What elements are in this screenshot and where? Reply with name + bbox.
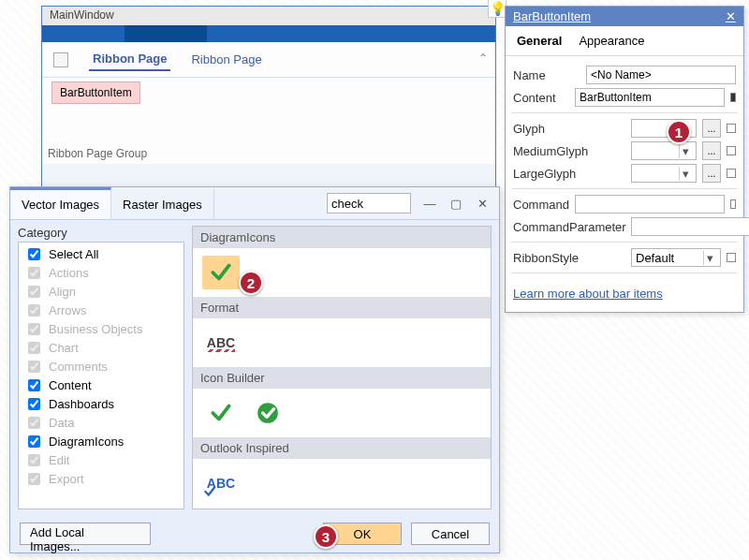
- category-checkbox[interactable]: [28, 379, 40, 391]
- category-item: Data: [19, 413, 184, 432]
- command-reset-icon[interactable]: [730, 199, 736, 209]
- category-label: Data: [49, 416, 74, 430]
- smart-tag-panel: BarButtonItem ✕ General Appearance Name …: [505, 6, 744, 313]
- category-list[interactable]: Select AllActionsAlignArrowsBusiness Obj…: [18, 242, 184, 509]
- tab-vector-images[interactable]: Vector Images: [10, 187, 111, 219]
- icon-thumb[interactable]: [202, 256, 240, 289]
- callout-1: 1: [667, 120, 691, 144]
- close-icon[interactable]: ✕: [726, 9, 736, 23]
- category-label: Select All: [49, 247, 98, 261]
- mediumglyph-label: MediumGlyph: [513, 144, 625, 158]
- category-label: Align: [49, 285, 76, 299]
- category-checkbox[interactable]: [28, 248, 40, 260]
- category-item: Edit: [19, 450, 184, 469]
- tab-raster-images[interactable]: Raster Images: [111, 187, 214, 219]
- category-item: Comments: [19, 357, 184, 376]
- category-label: Comments: [49, 360, 108, 374]
- window-title: MainWindow: [42, 7, 495, 25]
- category-item: Arrows: [19, 301, 184, 319]
- tab-appearance[interactable]: Appearance: [577, 30, 646, 52]
- category-checkbox: [28, 473, 40, 485]
- category-label: DiagramIcons: [49, 435, 124, 449]
- image-picker-dialog: Vector Images Raster Images — ▢ ✕ Catego…: [9, 186, 500, 553]
- category-label: Edit: [49, 453, 69, 467]
- quick-access-bar: [42, 25, 495, 42]
- command-label: Command: [513, 198, 569, 212]
- largeglyph-combo[interactable]: ▾: [631, 164, 697, 183]
- category-item: Export: [19, 469, 184, 488]
- add-local-images-button[interactable]: Add Local Images...: [20, 523, 151, 545]
- category-checkbox[interactable]: [28, 435, 40, 448]
- icon-list[interactable]: DiagramIconsFormatABCIcon BuilderOutlook…: [192, 226, 492, 509]
- category-label: Content: [49, 378, 92, 392]
- largeglyph-ellipsis-button[interactable]: ...: [702, 164, 721, 183]
- ribbonstyle-reset-icon[interactable]: [727, 253, 736, 262]
- content-input[interactable]: [575, 88, 725, 107]
- ribbon-page-group-caption: Ribbon Page Group: [48, 147, 147, 160]
- maximize-icon[interactable]: ▢: [443, 193, 469, 214]
- ribbon-designer: 💡 MainWindow Ribbon Page Ribbon Page ⌃ B…: [41, 6, 496, 188]
- category-checkbox: [28, 267, 40, 279]
- largeglyph-reset-icon[interactable]: [727, 169, 736, 178]
- cancel-button[interactable]: Cancel: [411, 523, 490, 545]
- category-label: Arrows: [49, 303, 86, 317]
- category-checkbox: [28, 323, 40, 335]
- category-item[interactable]: Dashboards: [19, 394, 184, 413]
- icon-thumb[interactable]: [249, 396, 286, 430]
- icon-thumb[interactable]: [202, 396, 240, 430]
- category-item[interactable]: Content: [19, 376, 184, 394]
- icon-group-header: Icon Builder: [193, 367, 491, 389]
- mediumglyph-ellipsis-button[interactable]: ...: [702, 141, 721, 160]
- category-checkbox[interactable]: [28, 398, 40, 410]
- icon-thumb[interactable]: ABC: [202, 326, 240, 360]
- category-checkbox: [28, 454, 40, 466]
- page-category-icon[interactable]: [53, 52, 68, 67]
- category-label: Chart: [49, 341, 79, 355]
- icon-group-header: Outlook Inspired: [193, 437, 491, 459]
- category-label: Export: [49, 472, 84, 486]
- category-label: Actions: [49, 266, 89, 280]
- collapse-chevron-icon[interactable]: ⌃: [478, 52, 488, 65]
- ribbonstyle-combo[interactable]: Default▾: [631, 248, 721, 267]
- category-label: Dashboards: [49, 397, 114, 411]
- name-input[interactable]: [586, 66, 736, 84]
- content-reset-icon[interactable]: [730, 93, 736, 102]
- category-item[interactable]: Select All: [19, 244, 184, 263]
- category-item: Business Objects: [19, 319, 184, 338]
- close-icon[interactable]: ✕: [469, 193, 495, 214]
- category-heading: Category: [18, 226, 184, 240]
- search-input[interactable]: [327, 193, 411, 214]
- icon-thumb[interactable]: ABC: [202, 466, 240, 500]
- category-checkbox: [28, 342, 40, 354]
- glyph-ellipsis-button[interactable]: ...: [702, 119, 721, 138]
- commandparameter-input[interactable]: [631, 217, 749, 236]
- category-item[interactable]: DiagramIcons: [19, 432, 184, 450]
- glyph-label: Glyph: [513, 122, 625, 136]
- content-label: Content: [513, 91, 569, 105]
- ribbonstyle-label: RibbonStyle: [513, 251, 625, 265]
- category-checkbox: [28, 286, 40, 298]
- ribbon-page-tab[interactable]: Ribbon Page: [187, 49, 265, 70]
- mediumglyph-reset-icon[interactable]: [727, 146, 736, 155]
- learn-more-link[interactable]: Learn more about bar items: [513, 287, 663, 301]
- largeglyph-label: LargeGlyph: [513, 167, 625, 181]
- mediumglyph-combo[interactable]: ▾: [631, 141, 697, 160]
- category-checkbox: [28, 304, 40, 317]
- category-checkbox: [28, 417, 40, 429]
- icon-group-header: DiagramIcons: [193, 227, 491, 248]
- ribbon-page-tab[interactable]: Ribbon Page: [89, 48, 170, 71]
- bar-button-item[interactable]: BarButtonItem: [51, 81, 140, 104]
- name-label: Name: [513, 68, 580, 82]
- category-item: Chart: [19, 338, 184, 357]
- tab-general[interactable]: General: [515, 30, 564, 52]
- lightbulb-icon[interactable]: 💡: [488, 0, 507, 18]
- category-label: Business Objects: [49, 322, 142, 336]
- smart-tag-title: BarButtonItem: [513, 9, 591, 23]
- minimize-icon[interactable]: —: [417, 193, 443, 214]
- category-item: Align: [19, 282, 184, 301]
- command-input[interactable]: [575, 195, 725, 214]
- commandparameter-label: CommandParameter: [513, 220, 625, 234]
- category-item: Actions: [19, 263, 184, 282]
- callout-3: 3: [314, 524, 338, 549]
- glyph-reset-icon[interactable]: [727, 124, 736, 133]
